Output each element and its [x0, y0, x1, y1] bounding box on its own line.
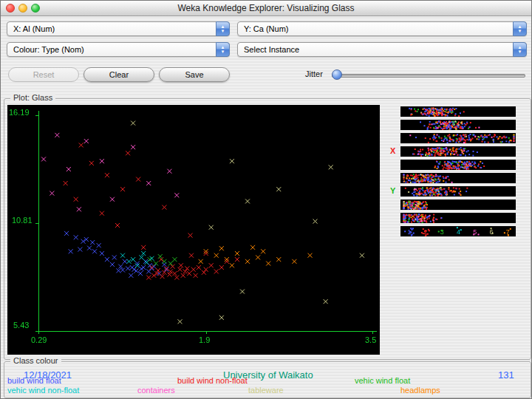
legend-item-build-wind-non-float[interactable]: build wind non-float	[177, 376, 248, 385]
combo-arrows-icon: ▲▼	[216, 21, 230, 36]
attribute-strip-Si[interactable]	[400, 160, 516, 170]
y-attribute-select[interactable]: Y: Ca (Num) ▲▼	[237, 21, 527, 36]
save-button[interactable]: Save	[159, 67, 230, 82]
title-bar: Weka Knowledge Explorer: Visualizing Gla…	[1, 1, 531, 16]
jitter-label: Jitter	[305, 69, 323, 78]
attribute-strip-RI[interactable]	[400, 106, 516, 117]
clear-button[interactable]: Clear	[83, 67, 154, 82]
x-tick-max: 3.5	[365, 335, 376, 344]
class-colour-group: Class colour 12/18/2021 University of Wa…	[4, 361, 531, 398]
colour-attribute-select[interactable]: Colour: Type (Nom) ▲▼	[7, 42, 230, 57]
attribute-strip-K[interactable]	[400, 173, 516, 183]
y-attribute-marker: Y	[390, 186, 395, 195]
combo-arrows-icon: ▲▼	[513, 21, 527, 36]
y-tick-mid: 10.81	[12, 216, 33, 225]
jitter-slider-track[interactable]	[332, 74, 525, 78]
scatter-plot[interactable]: 16.19 10.81 5.43 0.29 1.9 3.5	[7, 105, 380, 355]
class-colour-group-title: Class colour	[10, 356, 61, 365]
x-tick-mid: 1.9	[199, 335, 210, 344]
select-instance-value: Select Instance	[244, 45, 299, 54]
reset-button[interactable]: Reset	[8, 67, 79, 82]
attribute-strip-Fe[interactable]	[400, 213, 516, 223]
x-attribute-marker: X	[390, 146, 395, 155]
legend-item-vehic-wind-float[interactable]: vehic wind float	[355, 376, 410, 385]
x-attribute-value: X: Al (Num)	[13, 24, 55, 33]
x-tick-min: 0.29	[31, 335, 47, 344]
attribute-strip-Ba[interactable]	[400, 200, 516, 210]
attribute-strip-panel: X Y	[387, 105, 531, 355]
attribute-strip-Na[interactable]	[400, 120, 516, 130]
attribute-strip-Ca[interactable]	[400, 186, 516, 197]
combo-arrows-icon: ▲▼	[216, 42, 230, 57]
attribute-strip-Type[interactable]	[400, 226, 516, 236]
legend-item-vehic-wind-non-float[interactable]: vehic wind non-float	[7, 386, 79, 395]
y-tick-max: 16.19	[9, 108, 30, 117]
combo-arrows-icon: ▲▼	[513, 42, 527, 57]
weka-visualize-window: Weka Knowledge Explorer: Visualizing Gla…	[0, 0, 532, 399]
plot-group-title: Plot: Glass	[10, 93, 55, 102]
y-tick-min: 5.43	[13, 321, 29, 330]
overlay-page-number: 131	[498, 369, 514, 381]
legend-item-containers[interactable]: containers	[137, 386, 175, 395]
attribute-strip-Mg[interactable]	[400, 133, 516, 143]
jitter-slider[interactable]	[332, 69, 527, 81]
window-title: Weka Knowledge Explorer: Visualizing Gla…	[1, 3, 531, 13]
legend-item-headlamps[interactable]: headlamps	[400, 386, 440, 395]
y-attribute-value: Y: Ca (Num)	[244, 24, 289, 33]
colour-attribute-value: Colour: Type (Nom)	[13, 45, 84, 54]
scatter-canvas[interactable]	[7, 105, 380, 355]
x-attribute-select[interactable]: X: Al (Num) ▲▼	[7, 21, 230, 36]
select-instance-select[interactable]: Select Instance ▲▼	[237, 42, 527, 57]
plot-group: Plot: Glass 16.19 10.81 5.43 0.29 1.9 3.…	[4, 98, 531, 360]
jitter-slider-knob[interactable]	[332, 69, 342, 80]
legend-item-tableware[interactable]: tableware	[248, 386, 284, 395]
attribute-strip-Al[interactable]	[400, 146, 516, 157]
legend-item-build-wind-float[interactable]: build wind float	[7, 376, 61, 385]
